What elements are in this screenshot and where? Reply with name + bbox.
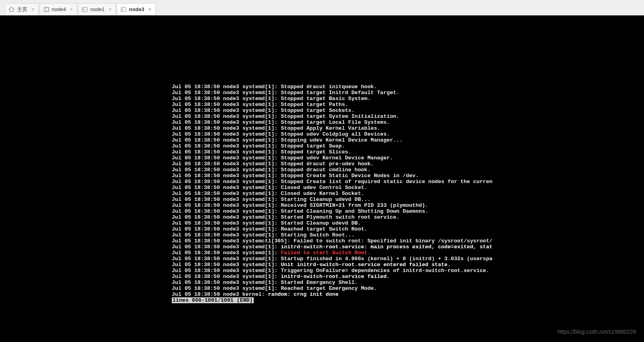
watermark-text: https://blog.csdn.net/s19980228: [558, 329, 636, 335]
tab-label: node4: [52, 6, 66, 12]
tab-node4[interactable]: node4 ×: [40, 3, 78, 15]
close-icon[interactable]: ×: [31, 6, 34, 12]
log-line: Jul 05 18:38:50 node3 systemd[1]: Stoppe…: [172, 155, 492, 161]
log-line: Jul 05 18:38:50 node3 systemd[1]: Starti…: [172, 232, 492, 238]
log-line: Jul 05 18:38:50 node3 systemd[1]: Starte…: [172, 220, 492, 226]
log-line: Jul 05 18:38:50 node3 systemctl[365]: Fa…: [172, 238, 492, 244]
home-icon: [8, 6, 15, 13]
tab-bar: 主页 × node4 × node1 × node3 ×: [0, 0, 644, 15]
log-line: Jul 05 18:38:50 node3 systemd[1]: Trigge…: [172, 268, 492, 274]
log-line: Jul 05 18:38:50 node3 systemd[1]: Starti…: [172, 197, 492, 202]
tab-label: 主页: [17, 6, 27, 13]
log-line: Jul 05 18:38:50 node3 systemd[1]: Failed…: [172, 250, 492, 256]
log-line: Jul 05 18:38:50 node3 systemd[1]: Reache…: [172, 285, 492, 291]
log-line: Jul 05 18:38:50 node3 systemd[1]: Closed…: [172, 185, 492, 191]
log-line: Jul 05 18:38:50 node3 systemd[1]: Stoppe…: [172, 102, 492, 108]
log-line: Jul 05 18:38:50 node3 systemd[1]: Stoppe…: [172, 108, 492, 113]
tab-node1[interactable]: node1 ×: [78, 3, 116, 15]
log-line: Jul 05 18:38:50 node3 systemd[1]: Stoppe…: [172, 113, 492, 119]
log-line: Jul 05 18:38:50 node3 systemd[1]: Stoppe…: [172, 96, 492, 102]
terminal-output: Jul 05 18:38:50 node3 systemd[1]: Stoppe…: [172, 84, 492, 303]
log-line: Jul 05 18:38:50 node3 systemd[1]: Stoppe…: [172, 149, 492, 155]
log-line: Jul 05 18:38:59 node3 kernel: random: cr…: [172, 291, 492, 297]
tab-label: node1: [90, 6, 104, 12]
log-line: Jul 05 18:38:50 node3 systemd[1]: Receiv…: [172, 202, 492, 208]
close-icon[interactable]: ×: [70, 6, 73, 12]
tab-home[interactable]: 主页 ×: [5, 3, 39, 15]
log-line: Jul 05 18:38:50 node3 systemd[1]: Reache…: [172, 226, 492, 232]
log-line: Jul 05 18:38:50 node3 systemd[1]: Stoppe…: [172, 179, 492, 185]
log-line: Jul 05 18:38:50 node3 systemd[1]: Starte…: [172, 208, 492, 214]
log-line: Jul 05 18:38:50 node3 systemd[1]: Starte…: [172, 280, 492, 285]
log-line: Jul 05 18:38:50 node3 systemd[1]: Stoppe…: [172, 173, 492, 179]
terminal-icon: [120, 6, 127, 13]
pager-status: lines 966-1001/1001 (END): [172, 297, 492, 303]
terminal-icon: [43, 6, 49, 13]
close-icon[interactable]: ×: [109, 6, 112, 12]
svg-rect-0: [44, 7, 48, 11]
log-line: Jul 05 18:38:50 node3 systemd[1]: Stoppe…: [172, 167, 492, 173]
log-line: Jul 05 18:38:50 node3 systemd[1]: Stoppe…: [172, 84, 492, 90]
log-line: Jul 05 18:38:50 node3 systemd[1]: Stoppe…: [172, 125, 492, 131]
close-icon[interactable]: ×: [148, 6, 151, 12]
log-line: Jul 05 18:38:50 node3 systemd[1]: initrd…: [172, 274, 492, 280]
log-line: Jul 05 18:38:50 node3 systemd[1]: Unit i…: [172, 262, 492, 268]
log-line: Jul 05 18:38:50 node3 systemd[1]: Startu…: [172, 256, 492, 262]
svg-rect-2: [82, 7, 87, 11]
log-line: Jul 05 18:38:50 node3 systemd[1]: Closed…: [172, 191, 492, 197]
log-line: Jul 05 18:38:50 node3 systemd[1]: Starte…: [172, 214, 492, 220]
log-line: Jul 05 18:38:50 node3 systemd[1]: Stoppe…: [172, 143, 492, 149]
log-line: Jul 05 18:38:50 node3 systemd[1]: Stoppe…: [172, 90, 492, 96]
log-line: Jul 05 18:38:50 node3 systemd[1]: Stoppe…: [172, 119, 492, 125]
log-line: Jul 05 18:38:50 node3 systemd[1]: Stoppe…: [172, 161, 492, 167]
terminal-icon: [82, 6, 88, 13]
terminal-view[interactable]: Jul 05 18:38:50 node3 systemd[1]: Stoppe…: [0, 15, 644, 342]
svg-rect-3: [121, 7, 126, 11]
svg-rect-1: [46, 7, 49, 11]
log-line: Jul 05 18:38:50 node3 systemd[1]: Stoppi…: [172, 137, 492, 143]
tab-node3[interactable]: node3 ×: [117, 3, 156, 15]
tab-label: node3: [129, 6, 144, 12]
log-line: Jul 05 18:38:50 node3 systemd[1]: Stoppe…: [172, 131, 492, 137]
log-line: Jul 05 18:38:50 node3 systemd[1]: initrd…: [172, 244, 492, 250]
